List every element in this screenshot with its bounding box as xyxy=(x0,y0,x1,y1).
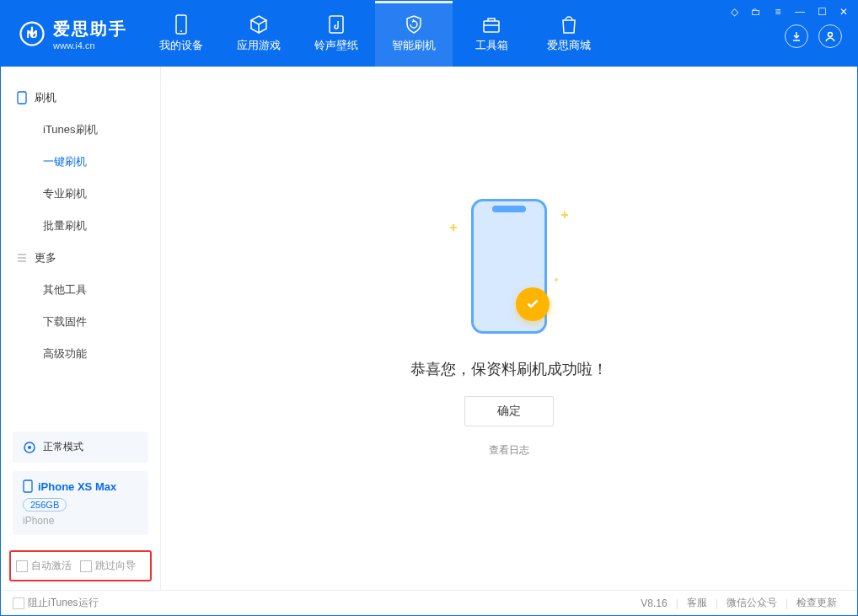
sidebar-item-oneclick-flash[interactable]: 一键刷机 xyxy=(1,146,160,178)
refresh-shield-icon xyxy=(404,14,424,35)
svg-point-9 xyxy=(28,446,31,449)
svg-point-6 xyxy=(829,33,833,37)
shirt-icon[interactable]: ◇ xyxy=(727,6,741,18)
svg-rect-5 xyxy=(484,21,499,32)
sidebar-item-pro-flash[interactable]: 专业刷机 xyxy=(1,178,160,210)
toolbox-icon xyxy=(481,14,501,35)
statusbar: 阻止iTunes运行 V8.16 | 客服 | 微信公众号 | 检查更新 xyxy=(1,590,857,615)
nav-label: 我的设备 xyxy=(159,38,203,53)
sidebar-item-other-tools[interactable]: 其他工具 xyxy=(1,274,160,306)
sidebar-section-flash[interactable]: 刷机 xyxy=(1,82,160,114)
phone-illustration-icon xyxy=(471,199,547,334)
more-icon xyxy=(16,252,28,264)
sparkle-icon xyxy=(561,212,568,218)
app-subtitle: www.i4.cn xyxy=(53,40,127,51)
lock-icon[interactable]: 🗀 xyxy=(749,6,763,18)
menu-icon[interactable]: ≡ xyxy=(771,6,785,18)
maximize-button[interactable]: ☐ xyxy=(815,6,829,18)
cube-icon xyxy=(249,14,269,35)
sidebar-item-itunes-flash[interactable]: iTunes刷机 xyxy=(1,114,160,146)
phone-icon xyxy=(171,14,191,35)
svg-text:iU: iU xyxy=(26,28,38,40)
sidebar-section-more[interactable]: 更多 xyxy=(1,242,160,274)
nav-ringtones[interactable]: 铃声壁纸 xyxy=(298,1,375,67)
download-button[interactable] xyxy=(785,24,808,48)
mode-icon xyxy=(23,441,36,454)
svg-rect-7 xyxy=(18,92,26,104)
wechat-link[interactable]: 微信公众号 xyxy=(718,596,786,610)
window-controls: ◇ 🗀 ≡ — ☐ ✕ xyxy=(727,6,850,18)
music-file-icon xyxy=(326,14,346,35)
svg-point-3 xyxy=(180,30,182,32)
auto-activate-checkbox[interactable]: 自动激活 xyxy=(16,559,72,573)
main-nav: 我的设备 应用游戏 铃声壁纸 智能刷机 工具箱 爱思商城 xyxy=(142,1,608,67)
main-content: 恭喜您，保资料刷机成功啦！ 确定 查看日志 xyxy=(161,67,857,590)
device-name-text: iPhone XS Max xyxy=(38,480,116,493)
bag-icon xyxy=(559,14,579,35)
header-right: ◇ 🗀 ≡ — ☐ ✕ xyxy=(721,1,857,53)
device-phone-icon xyxy=(23,479,33,493)
options-highlight-box: 自动激活 跳过向导 xyxy=(9,550,152,581)
check-circle-icon xyxy=(516,287,550,321)
nav-my-device[interactable]: 我的设备 xyxy=(142,1,220,67)
sidebar-item-advanced[interactable]: 高级功能 xyxy=(1,338,160,370)
app-logo: iU 爱思助手 www.i4.cn xyxy=(1,1,142,67)
skip-guide-checkbox[interactable]: 跳过向导 xyxy=(80,559,136,573)
check-update-link[interactable]: 检查更新 xyxy=(788,596,845,610)
device-mode-box[interactable]: 正常模式 xyxy=(13,431,148,463)
minimize-button[interactable]: — xyxy=(793,6,807,18)
nav-label: 铃声壁纸 xyxy=(314,38,358,53)
sidebar-item-download-firmware[interactable]: 下载固件 xyxy=(1,306,160,338)
nav-store[interactable]: 爱思商城 xyxy=(530,1,608,67)
ok-button[interactable]: 确定 xyxy=(464,396,554,426)
phone-small-icon xyxy=(16,91,28,104)
nav-label: 应用游戏 xyxy=(237,38,281,53)
close-button[interactable]: ✕ xyxy=(837,6,850,18)
nav-label: 爱思商城 xyxy=(547,38,591,53)
sidebar-item-batch-flash[interactable]: 批量刷机 xyxy=(1,210,160,242)
svg-rect-4 xyxy=(330,16,343,33)
device-mode: 正常模式 xyxy=(43,440,83,454)
nav-label: 智能刷机 xyxy=(392,38,436,53)
success-illustration xyxy=(450,199,568,342)
view-log-link[interactable]: 查看日志 xyxy=(489,443,529,458)
support-link[interactable]: 客服 xyxy=(678,596,716,610)
success-message: 恭喜您，保资料刷机成功啦！ xyxy=(410,359,608,379)
section-title: 更多 xyxy=(35,250,56,265)
nav-toolbox[interactable]: 工具箱 xyxy=(453,1,530,67)
nav-label: 工具箱 xyxy=(475,38,508,53)
app-body: 刷机 iTunes刷机 一键刷机 专业刷机 批量刷机 更多 其他工具 下载固件 … xyxy=(1,67,857,590)
nav-flash[interactable]: 智能刷机 xyxy=(375,1,453,67)
version-text: V8.16 xyxy=(641,597,675,609)
sparkle-icon xyxy=(450,224,457,231)
logo-icon: iU xyxy=(19,21,45,46)
app-title: 爱思助手 xyxy=(53,18,127,40)
section-title: 刷机 xyxy=(35,90,56,105)
user-button[interactable] xyxy=(818,24,842,48)
device-info-box[interactable]: iPhone XS Max 256GB iPhone xyxy=(13,471,148,535)
app-header: iU 爱思助手 www.i4.cn 我的设备 应用游戏 铃声壁纸 智能刷机 工具… xyxy=(1,1,857,67)
device-capacity: 256GB xyxy=(23,498,67,512)
sparkle-icon xyxy=(555,278,559,282)
svg-rect-10 xyxy=(24,480,32,492)
nav-apps[interactable]: 应用游戏 xyxy=(220,1,298,67)
sidebar: 刷机 iTunes刷机 一键刷机 专业刷机 批量刷机 更多 其他工具 下载固件 … xyxy=(1,67,161,590)
device-type: iPhone xyxy=(23,515,138,527)
block-itunes-checkbox[interactable]: 阻止iTunes运行 xyxy=(13,596,99,610)
